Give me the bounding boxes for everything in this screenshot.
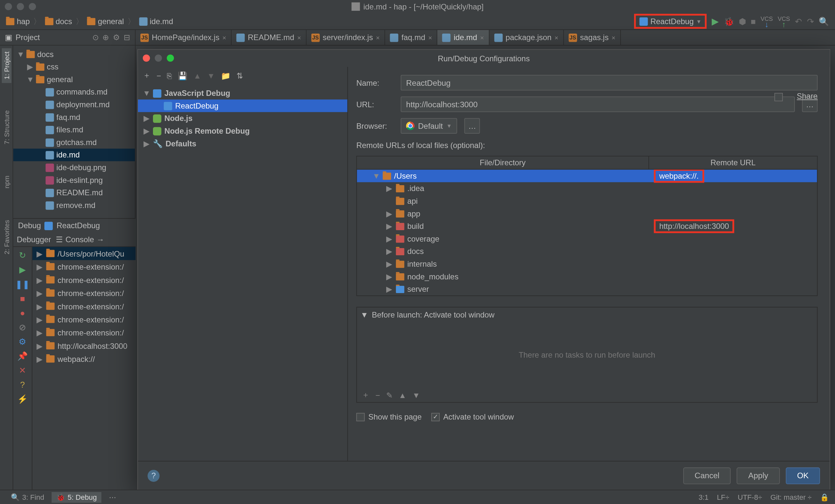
tree-item[interactable]: ▼general [13,73,135,86]
tree-item[interactable]: ide-eslint.png [13,174,135,187]
disclosure-icon[interactable]: ▶ [143,114,150,123]
disclosure-icon[interactable]: ▶ [386,285,393,294]
editor-tab[interactable]: package.json× [489,30,564,45]
tool-tab-npm[interactable]: npm [2,172,11,192]
remote-url-row[interactable]: ▶server [357,283,817,296]
stop-button[interactable]: ■ [751,17,756,26]
remote-url-row[interactable]: ▶app [357,207,817,220]
disclosure-icon[interactable]: ▶ [36,341,43,351]
disclosure-icon[interactable]: ▶ [386,222,393,231]
disclosure-icon[interactable]: ▶ [143,126,150,135]
debug-frame-item[interactable]: ▶chrome-extension:/ [32,313,135,326]
close-tab-icon[interactable]: × [297,34,301,41]
edit-task-icon[interactable]: ✎ [386,391,393,400]
move-up-icon[interactable]: ▲ [194,71,201,80]
coverage-button[interactable]: ⬢ [739,17,746,26]
remote-url-row[interactable]: ▶buildhttp://localhost:3000 [357,220,817,233]
bottom-tab-find[interactable]: 🔍 3: Find [6,491,49,502]
share-checkbox[interactable] [774,93,783,101]
remote-url-row[interactable]: ▼/Userswebpack://. [357,169,817,182]
disclosure-icon[interactable]: ▶ [36,262,43,271]
disclosure-icon[interactable]: ▶ [386,209,393,218]
disclosure-icon[interactable]: ▶ [26,62,34,71]
stop-icon[interactable]: ■ [18,294,27,303]
more-icon[interactable]: ⚡ [18,395,27,404]
bottom-tab-more[interactable]: ⋯ [104,491,121,502]
apply-button[interactable]: Apply [737,467,779,484]
remote-url-row[interactable]: ▶docs [357,245,817,258]
disclosure-icon[interactable]: ▶ [386,247,393,256]
move-down-task-icon[interactable]: ▼ [412,391,420,400]
close-debug-icon[interactable]: ✕ [18,365,27,375]
disclosure-icon[interactable]: ▶ [36,328,43,337]
config-tree-item[interactable]: ▼JavaScript Debug [138,87,347,100]
show-page-checkbox[interactable] [356,413,365,421]
disclosure-icon[interactable]: ▶ [386,272,393,281]
vcs-update-icon[interactable]: ↓ [765,21,769,27]
status-lock-icon[interactable]: 🔒 [820,493,829,501]
search-icon[interactable]: 🔍 [819,17,829,26]
tree-item[interactable]: gotchas.md [13,136,135,149]
line-separator[interactable]: LF÷ [717,493,729,501]
remote-url-row[interactable]: api [357,195,817,207]
remove-config-icon[interactable]: − [157,71,161,80]
hide-icon[interactable]: ⊟ [124,33,130,42]
gear-icon[interactable]: ⚙ [113,33,120,42]
settings-icon[interactable]: ⚙ [18,337,27,346]
close-tab-icon[interactable]: × [376,34,380,41]
tree-item[interactable]: faq.md [13,111,135,124]
disclosure-icon[interactable]: ▼ [372,171,380,181]
run-config-selector[interactable]: ReactDebug ▼ [634,14,707,29]
locate-icon[interactable]: ⊕ [102,33,109,42]
name-input[interactable] [401,75,818,91]
sort-config-icon[interactable]: ⇅ [237,71,243,80]
remote-url-row[interactable]: ▶coverage [357,232,817,245]
cursor-position[interactable]: 3:1 [699,493,709,501]
tree-item[interactable]: remove.md [13,199,135,212]
remote-url-value[interactable]: http://localhost:3000 [654,219,735,233]
editor-tab[interactable]: JSHomePage/index.js× [136,30,232,45]
config-tree-item[interactable]: ▶🔧Defaults [138,137,347,150]
close-tab-icon[interactable]: × [222,34,226,41]
tree-item[interactable]: README.md [13,187,135,199]
disclosure-icon[interactable]: ▶ [36,249,43,258]
run-button[interactable]: ▶ [712,16,719,27]
tree-item[interactable]: deployment.md [13,98,135,111]
dialog-close-icon[interactable] [143,55,150,62]
help-button[interactable]: ? [147,469,160,482]
vcs-commit-icon[interactable]: ↑ [782,21,786,27]
pause-icon[interactable]: ❚❚ [18,279,27,289]
view-breakpoints-icon[interactable]: ● [18,308,27,317]
git-branch[interactable]: Git: master ÷ [770,493,812,501]
collapse-icon[interactable]: ⊙ [92,33,99,42]
file-encoding[interactable]: UTF-8÷ [738,493,762,501]
tree-item[interactable]: commands.md [13,86,135,99]
redo-icon[interactable]: ↷ [807,17,814,26]
debug-frame-item[interactable]: ▶chrome-extension:/ [32,273,135,286]
dialog-zoom-icon[interactable] [167,55,174,62]
resume-icon[interactable]: ▶ [18,265,27,274]
bottom-tab-debug[interactable]: 🐞 5: Debug [52,491,102,502]
tree-item[interactable]: ▼docs [13,48,135,61]
add-task-icon[interactable]: ＋ [362,390,370,400]
folder-config-icon[interactable]: 📁 [221,71,230,80]
remove-task-icon[interactable]: − [375,391,380,400]
zoom-window-icon[interactable] [29,3,36,10]
disclosure-icon[interactable]: ▼ [26,75,34,84]
disclosure-icon[interactable]: ▶ [36,289,43,298]
close-tab-icon[interactable]: × [612,34,615,41]
cancel-button[interactable]: Cancel [683,467,731,484]
tool-tab-favorites[interactable]: 2: Favorites [2,216,11,258]
breadcrumb-item[interactable]: general [87,17,124,26]
remote-url-row[interactable]: ▶node_modules [357,270,817,283]
close-window-icon[interactable] [5,3,12,10]
url-input[interactable] [401,97,795,112]
config-tree-item[interactable]: ▶Node.js [138,112,347,125]
pin-icon[interactable]: 📌 [18,351,27,361]
breadcrumb-item[interactable]: docs [45,17,72,26]
debugger-tab[interactable]: Debugger [17,235,51,244]
disclosure-icon[interactable]: ▶ [143,139,150,148]
debug-frame-item[interactable]: ▶chrome-extension:/ [32,326,135,339]
share-link[interactable]: Share [797,91,818,101]
tree-item[interactable]: ▶css [13,61,135,74]
